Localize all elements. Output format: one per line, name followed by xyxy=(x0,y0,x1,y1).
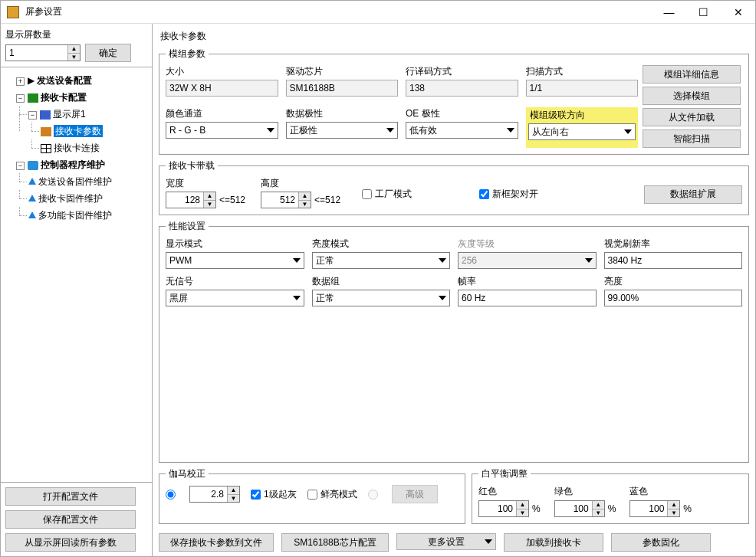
oe-select[interactable]: 低有效 xyxy=(406,122,518,139)
refresh-field[interactable]: 3840 Hz xyxy=(604,252,743,269)
gamma-advanced-button: 高级 xyxy=(392,485,438,503)
green-stepper[interactable]: ▲▼ xyxy=(554,500,605,517)
tree-rc-connection[interactable]: 接收卡连接 xyxy=(54,143,100,153)
datagroup-select[interactable]: 正常 xyxy=(312,290,451,306)
controller-icon xyxy=(28,161,38,170)
screen-settings-window: 屏参设置 — ☐ ✕ 显示屏数量 ▲▼ 确定 +▶ 发送设备配置 −接收卡 xyxy=(0,0,756,557)
height-input[interactable] xyxy=(261,192,298,208)
expander-icon[interactable]: + xyxy=(16,77,25,86)
tree-screen1[interactable]: 显示屏1 xyxy=(53,109,86,120)
module-params-group: 模组参数 大小32W X 8H 驱动芯片SM16188B 行译码方式138 扫描… xyxy=(159,48,749,155)
width-stepper[interactable]: ▲▼ xyxy=(166,192,216,208)
fps-label: 帧率 xyxy=(458,275,597,288)
tree-rc-fw[interactable]: 接收卡固件维护 xyxy=(38,193,103,204)
vivid-mode-checkbox[interactable]: 鲜亮模式 xyxy=(307,488,357,501)
smart-scan-button[interactable]: 智能扫描 xyxy=(643,129,741,148)
refresh-label: 视觉刷新率 xyxy=(604,238,743,251)
gray-level-label: 灰度等级 xyxy=(458,238,597,251)
new-frame-checkbox[interactable]: 新框架对开 xyxy=(479,188,538,201)
gamma-adv-radio[interactable] xyxy=(368,489,381,500)
nosignal-select[interactable]: 黑屏 xyxy=(166,290,304,306)
height-max: <=512 xyxy=(314,195,340,205)
brightness-mode-select[interactable]: 正常 xyxy=(312,252,451,269)
size-label: 大小 xyxy=(166,65,278,78)
polarity-select[interactable]: 正极性 xyxy=(286,122,399,139)
polarity-label: 数据极性 xyxy=(286,107,399,120)
tree-receiver-config[interactable]: 接收卡配置 xyxy=(41,92,87,103)
red-stepper[interactable]: ▲▼ xyxy=(478,500,529,517)
save-config-button[interactable]: 保存配置文件 xyxy=(5,510,136,529)
expander-icon[interactable]: − xyxy=(28,111,37,120)
read-all-params-button[interactable]: 从显示屏回读所有参数 xyxy=(5,533,136,552)
select-module-button[interactable]: 选择模组 xyxy=(643,87,741,105)
tree-controller-maint[interactable]: 控制器程序维护 xyxy=(41,159,105,170)
screen-count-stepper[interactable]: ▲▼ xyxy=(5,44,81,61)
app-icon xyxy=(7,6,19,18)
gamma-legend: 伽马校正 xyxy=(166,467,209,480)
more-settings-button[interactable]: 更多设置 xyxy=(396,533,496,550)
chip-field: SM16188B xyxy=(286,80,399,97)
screen-icon xyxy=(40,110,51,120)
red-input[interactable] xyxy=(479,501,516,516)
cascade-select[interactable]: 从左向右 xyxy=(528,123,636,140)
gamma-radio[interactable] xyxy=(166,489,179,500)
upload-icon xyxy=(28,178,36,185)
module-params-legend: 模组参数 xyxy=(166,48,209,61)
expander-icon[interactable]: − xyxy=(16,94,25,103)
capacity-group: 接收卡带载 宽度 ▲▼ <=512 高度 ▲▼ <=512 xyxy=(159,159,749,215)
expander-icon[interactable]: − xyxy=(16,162,25,170)
minimize-button[interactable]: — xyxy=(652,1,686,24)
spin-up-icon[interactable]: ▲ xyxy=(68,45,80,54)
grid-icon xyxy=(41,144,51,153)
width-max: <=512 xyxy=(219,195,245,205)
load-to-card-button[interactable]: 加载到接收卡 xyxy=(504,533,603,552)
spin-down-icon[interactable]: ▼ xyxy=(68,54,80,61)
upload-icon xyxy=(28,211,36,218)
color-select[interactable]: R - G - B xyxy=(166,122,278,139)
screen-count-input[interactable] xyxy=(6,45,67,61)
load-from-file-button[interactable]: 从文件加载 xyxy=(643,108,741,126)
gamma-stepper[interactable]: ▲▼ xyxy=(189,486,240,503)
tree-sender-config[interactable]: 发送设备配置 xyxy=(37,75,92,86)
gamma-input[interactable] xyxy=(190,487,227,502)
module-detail-button[interactable]: 模组详细信息 xyxy=(643,65,741,84)
tree-sender-fw[interactable]: 发送设备固件维护 xyxy=(38,176,112,187)
chip-config-button[interactable]: SM16188B芯片配置 xyxy=(281,533,389,552)
save-rc-params-button[interactable]: 保存接收卡参数到文件 xyxy=(159,533,274,552)
upload-icon xyxy=(28,195,36,202)
scan-label: 扫描方式 xyxy=(526,65,639,78)
first-gray-checkbox[interactable]: 1级起灰 xyxy=(251,488,297,501)
tree-mf-fw[interactable]: 多功能卡固件维护 xyxy=(38,210,112,221)
maximize-button[interactable]: ☐ xyxy=(686,1,721,24)
blue-input[interactable] xyxy=(630,501,667,516)
card-icon xyxy=(28,93,38,103)
window-title: 屏参设置 xyxy=(24,5,652,18)
size-field: 32W X 8H xyxy=(166,80,278,97)
blue-stepper[interactable]: ▲▼ xyxy=(629,500,680,517)
titlebar: 屏参设置 — ☐ ✕ xyxy=(1,1,755,24)
height-stepper[interactable]: ▲▼ xyxy=(261,192,311,208)
close-button[interactable]: ✕ xyxy=(721,1,755,24)
gray-level-select: 256 xyxy=(458,252,597,269)
capacity-legend: 接收卡带载 xyxy=(166,159,218,172)
right-panel: 接收卡参数 模组参数 大小32W X 8H 驱动芯片SM16188B 行译码方式… xyxy=(153,24,755,556)
screen-count-label: 显示屏数量 xyxy=(5,28,147,41)
nosignal-label: 无信号 xyxy=(166,275,304,288)
width-label: 宽度 xyxy=(166,177,245,190)
tree-rc-params[interactable]: 接收卡参数 xyxy=(54,125,103,137)
white-balance-legend: 白平衡调整 xyxy=(478,467,531,480)
data-group-expand-button[interactable]: 数据组扩展 xyxy=(644,185,742,204)
brightness-field[interactable]: 99.00% xyxy=(604,290,743,306)
green-input[interactable] xyxy=(555,501,592,516)
width-input[interactable] xyxy=(166,192,203,208)
open-config-button[interactable]: 打开配置文件 xyxy=(5,487,136,506)
scan-field: 1/1 xyxy=(526,80,639,97)
confirm-button[interactable]: 确定 xyxy=(85,44,131,62)
fps-field[interactable]: 60 Hz xyxy=(458,290,597,306)
cascade-label: 模组级联方向 xyxy=(528,109,636,122)
display-mode-select[interactable]: PWM xyxy=(166,252,304,269)
solidify-params-button[interactable]: 参数固化 xyxy=(611,533,711,552)
display-mode-label: 显示模式 xyxy=(166,238,304,251)
factory-mode-checkbox[interactable]: 工厂模式 xyxy=(362,188,412,201)
chip-label: 驱动芯片 xyxy=(286,65,399,78)
